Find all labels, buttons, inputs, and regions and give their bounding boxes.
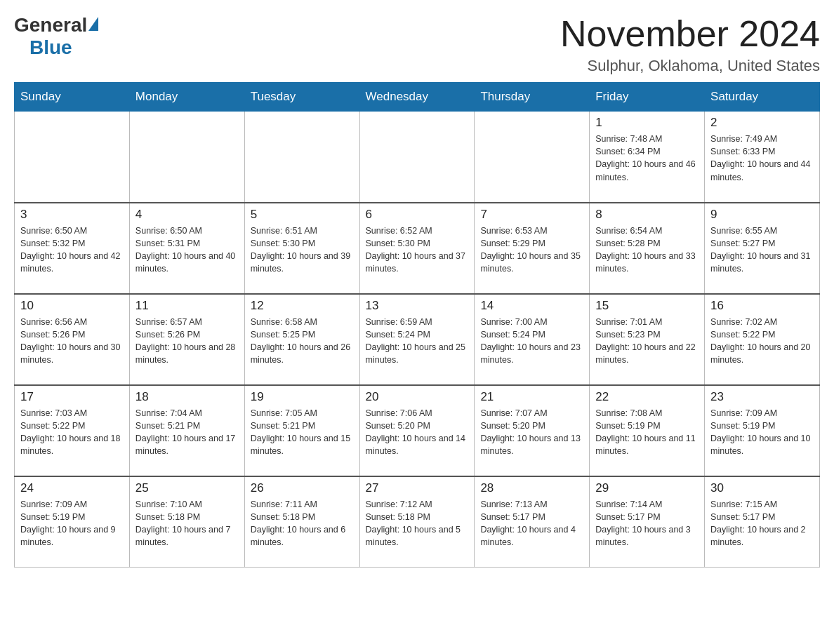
day-number: 18 (135, 390, 239, 404)
day-info: Sunrise: 7:12 AMSunset: 5:18 PMDaylight:… (366, 498, 469, 549)
day-info: Sunrise: 7:00 AMSunset: 5:24 PMDaylight:… (480, 316, 583, 367)
day-info: Sunrise: 6:50 AMSunset: 5:31 PMDaylight:… (135, 224, 239, 276)
logo: General Blue (14, 14, 98, 59)
day-info: Sunrise: 7:03 AMSunset: 5:22 PMDaylight:… (20, 407, 124, 458)
day-info: Sunrise: 6:55 AMSunset: 5:27 PMDaylight:… (710, 224, 814, 276)
day-number: 29 (595, 481, 699, 495)
day-info: Sunrise: 6:51 AMSunset: 5:30 PMDaylight:… (251, 224, 354, 276)
day-info: Sunrise: 7:06 AMSunset: 5:20 PMDaylight:… (366, 407, 469, 458)
calendar-cell: 30Sunrise: 7:15 AMSunset: 5:17 PMDayligh… (705, 476, 820, 568)
calendar-week-row: 17Sunrise: 7:03 AMSunset: 5:22 PMDayligh… (15, 385, 820, 476)
calendar-cell: 16Sunrise: 7:02 AMSunset: 5:22 PMDayligh… (705, 294, 820, 385)
day-number: 22 (595, 390, 699, 404)
calendar-cell: 3Sunrise: 6:50 AMSunset: 5:32 PMDaylight… (15, 203, 130, 294)
day-number: 2 (710, 116, 814, 130)
day-number: 3 (20, 208, 124, 222)
day-number: 5 (251, 208, 354, 222)
day-info: Sunrise: 7:15 AMSunset: 5:17 PMDaylight:… (710, 498, 814, 549)
day-info: Sunrise: 6:53 AMSunset: 5:29 PMDaylight:… (480, 224, 583, 276)
calendar-cell: 2Sunrise: 7:49 AMSunset: 6:33 PMDaylight… (705, 112, 820, 203)
logo-blue-text: Blue (29, 36, 72, 59)
day-info: Sunrise: 6:50 AMSunset: 5:32 PMDaylight:… (20, 224, 124, 276)
calendar-cell (129, 112, 244, 203)
calendar-cell: 28Sunrise: 7:13 AMSunset: 5:17 PMDayligh… (475, 476, 590, 568)
location-subtitle: Sulphur, Oklahoma, United States (560, 57, 820, 75)
day-number: 27 (366, 481, 469, 495)
day-number: 11 (135, 299, 239, 313)
month-title: November 2024 (560, 14, 820, 54)
calendar-header-saturday: Saturday (705, 83, 820, 112)
calendar-week-row: 10Sunrise: 6:56 AMSunset: 5:26 PMDayligh… (15, 294, 820, 385)
day-info: Sunrise: 7:04 AMSunset: 5:21 PMDaylight:… (135, 407, 239, 458)
day-number: 13 (366, 299, 469, 313)
day-number: 19 (251, 390, 354, 404)
calendar-week-row: 1Sunrise: 7:48 AMSunset: 6:34 PMDaylight… (15, 112, 820, 203)
day-number: 28 (480, 481, 583, 495)
calendar-cell (475, 112, 590, 203)
calendar-cell: 26Sunrise: 7:11 AMSunset: 5:18 PMDayligh… (244, 476, 359, 568)
calendar-cell: 24Sunrise: 7:09 AMSunset: 5:19 PMDayligh… (15, 476, 130, 568)
day-number: 14 (480, 299, 583, 313)
calendar-cell: 18Sunrise: 7:04 AMSunset: 5:21 PMDayligh… (129, 385, 244, 476)
calendar-cell (15, 112, 130, 203)
day-info: Sunrise: 6:59 AMSunset: 5:24 PMDaylight:… (366, 316, 469, 367)
calendar-cell: 7Sunrise: 6:53 AMSunset: 5:29 PMDaylight… (475, 203, 590, 294)
day-number: 7 (480, 208, 583, 222)
calendar-cell (244, 112, 359, 203)
day-number: 20 (366, 390, 469, 404)
day-number: 1 (595, 116, 699, 130)
day-info: Sunrise: 7:09 AMSunset: 5:19 PMDaylight:… (710, 407, 814, 458)
calendar-cell: 23Sunrise: 7:09 AMSunset: 5:19 PMDayligh… (705, 385, 820, 476)
title-area: November 2024 Sulphur, Oklahoma, United … (560, 14, 820, 75)
calendar-cell: 6Sunrise: 6:52 AMSunset: 5:30 PMDaylight… (359, 203, 475, 294)
calendar-cell: 1Sunrise: 7:48 AMSunset: 6:34 PMDaylight… (590, 112, 705, 203)
day-number: 12 (251, 299, 354, 313)
day-info: Sunrise: 7:09 AMSunset: 5:19 PMDaylight:… (20, 498, 124, 549)
day-info: Sunrise: 6:56 AMSunset: 5:26 PMDaylight:… (20, 316, 124, 367)
calendar-cell: 14Sunrise: 7:00 AMSunset: 5:24 PMDayligh… (475, 294, 590, 385)
day-number: 21 (480, 390, 583, 404)
day-number: 4 (135, 208, 239, 222)
calendar-week-row: 3Sunrise: 6:50 AMSunset: 5:32 PMDaylight… (15, 203, 820, 294)
calendar-header-tuesday: Tuesday (244, 83, 359, 112)
calendar-cell: 25Sunrise: 7:10 AMSunset: 5:18 PMDayligh… (129, 476, 244, 568)
day-info: Sunrise: 6:52 AMSunset: 5:30 PMDaylight:… (366, 224, 469, 276)
day-info: Sunrise: 7:11 AMSunset: 5:18 PMDaylight:… (251, 498, 354, 549)
calendar-header-wednesday: Wednesday (359, 83, 475, 112)
calendar-header-friday: Friday (590, 83, 705, 112)
day-info: Sunrise: 7:01 AMSunset: 5:23 PMDaylight:… (595, 316, 699, 367)
calendar-cell: 13Sunrise: 6:59 AMSunset: 5:24 PMDayligh… (359, 294, 475, 385)
day-number: 10 (20, 299, 124, 313)
calendar-cell: 19Sunrise: 7:05 AMSunset: 5:21 PMDayligh… (244, 385, 359, 476)
day-number: 26 (251, 481, 354, 495)
day-info: Sunrise: 6:54 AMSunset: 5:28 PMDaylight:… (595, 224, 699, 276)
day-info: Sunrise: 7:48 AMSunset: 6:34 PMDaylight:… (595, 133, 699, 184)
calendar-cell: 21Sunrise: 7:07 AMSunset: 5:20 PMDayligh… (475, 385, 590, 476)
logo-triangle-icon (88, 17, 98, 31)
day-info: Sunrise: 7:10 AMSunset: 5:18 PMDaylight:… (135, 498, 239, 549)
calendar-cell: 27Sunrise: 7:12 AMSunset: 5:18 PMDayligh… (359, 476, 475, 568)
day-info: Sunrise: 7:14 AMSunset: 5:17 PMDaylight:… (595, 498, 699, 549)
logo-general-text: General (14, 14, 87, 36)
calendar-cell: 4Sunrise: 6:50 AMSunset: 5:31 PMDaylight… (129, 203, 244, 294)
calendar-cell: 29Sunrise: 7:14 AMSunset: 5:17 PMDayligh… (590, 476, 705, 568)
day-number: 23 (710, 390, 814, 404)
day-number: 6 (366, 208, 469, 222)
day-number: 24 (20, 481, 124, 495)
day-number: 30 (710, 481, 814, 495)
calendar-cell: 20Sunrise: 7:06 AMSunset: 5:20 PMDayligh… (359, 385, 475, 476)
calendar-cell: 10Sunrise: 6:56 AMSunset: 5:26 PMDayligh… (15, 294, 130, 385)
day-number: 25 (135, 481, 239, 495)
day-info: Sunrise: 7:07 AMSunset: 5:20 PMDaylight:… (480, 407, 583, 458)
day-info: Sunrise: 6:58 AMSunset: 5:25 PMDaylight:… (251, 316, 354, 367)
calendar-header-row: SundayMondayTuesdayWednesdayThursdayFrid… (15, 83, 820, 112)
calendar-header-thursday: Thursday (475, 83, 590, 112)
calendar-cell: 15Sunrise: 7:01 AMSunset: 5:23 PMDayligh… (590, 294, 705, 385)
calendar-cell: 8Sunrise: 6:54 AMSunset: 5:28 PMDaylight… (590, 203, 705, 294)
calendar-cell: 11Sunrise: 6:57 AMSunset: 5:26 PMDayligh… (129, 294, 244, 385)
day-number: 17 (20, 390, 124, 404)
day-number: 15 (595, 299, 699, 313)
day-number: 8 (595, 208, 699, 222)
day-number: 9 (710, 208, 814, 222)
day-info: Sunrise: 7:49 AMSunset: 6:33 PMDaylight:… (710, 133, 814, 184)
